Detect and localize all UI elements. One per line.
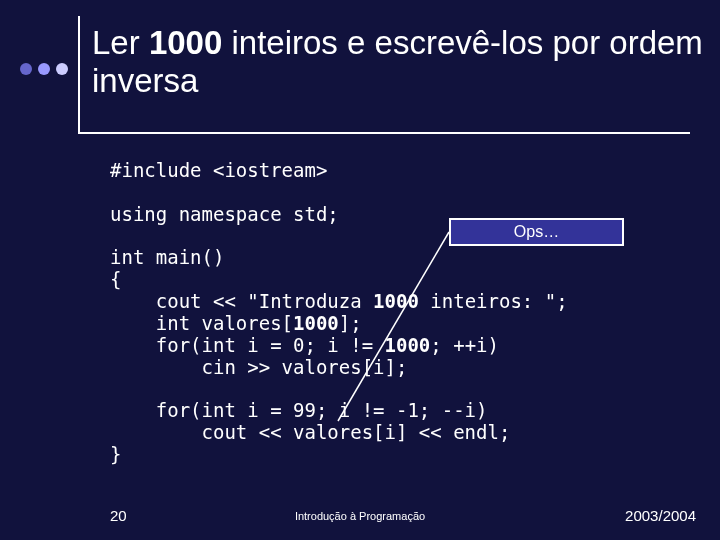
callout-box: Ops… [449, 218, 624, 246]
title-text-1: Ler [92, 24, 149, 61]
code-line: cin >> valores[i]; [110, 356, 407, 378]
code-line: ; ++i) [430, 334, 499, 356]
code-bold-number: 1000 [373, 290, 419, 312]
code-line: { [110, 268, 121, 290]
dot-icon [38, 63, 50, 75]
slide: Ler 1000 inteiros e escrevê-los por orde… [0, 0, 720, 540]
code-bold-number: 1000 [293, 312, 339, 334]
code-line: for(int i = 0; i != [110, 334, 385, 356]
code-line: int main() [110, 246, 224, 268]
code-line: cout << valores[i] << endl; [110, 421, 510, 443]
code-line: cout << "Introduza [110, 290, 373, 312]
code-line: for(int i = 99; i != -1; --i) [110, 399, 488, 421]
slide-title: Ler 1000 inteiros e escrevê-los por orde… [92, 24, 720, 100]
footer-center-text: Introdução à Programação [0, 510, 720, 522]
code-block: #include <iostream> using namespace std;… [110, 160, 568, 466]
callout-text: Ops… [514, 223, 559, 241]
code-bold-number: 1000 [385, 334, 431, 356]
code-line: #include <iostream> [110, 159, 327, 181]
code-line: ]; [339, 312, 362, 334]
code-line: int valores[ [110, 312, 293, 334]
code-line: inteiros: "; [419, 290, 568, 312]
title-bold-number: 1000 [149, 24, 222, 61]
code-line: } [110, 443, 121, 465]
dot-icon [20, 63, 32, 75]
bullet-dots [20, 63, 68, 75]
title-horizontal-rule [78, 132, 690, 134]
slide-footer: 20 Introdução à Programação 2003/2004 [0, 504, 720, 524]
dot-icon [56, 63, 68, 75]
title-vertical-rule [78, 16, 80, 134]
footer-right-text: 2003/2004 [625, 507, 696, 524]
code-line: using namespace std; [110, 203, 339, 225]
